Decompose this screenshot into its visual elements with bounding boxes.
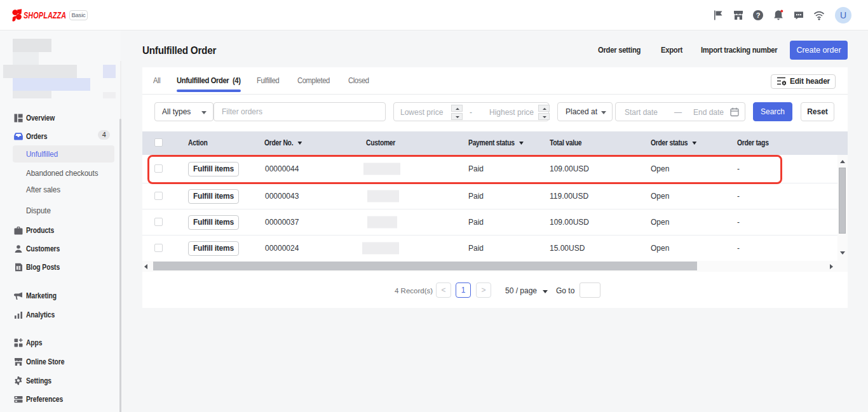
svg-text:?: ? bbox=[756, 11, 761, 19]
